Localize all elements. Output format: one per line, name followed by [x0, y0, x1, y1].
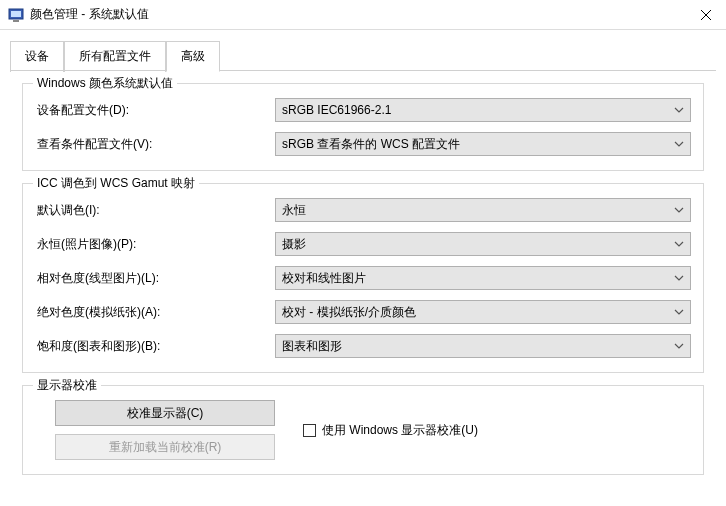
tab-all-profiles[interactable]: 所有配置文件 [64, 41, 166, 72]
svg-rect-1 [11, 11, 21, 17]
chevron-down-icon [674, 141, 684, 147]
row-viewing-cond: 查看条件配置文件(V): sRGB 查看条件的 WCS 配置文件 [35, 132, 691, 156]
rel-color-dropdown[interactable]: 校对和线性图片 [275, 266, 691, 290]
viewing-cond-value: sRGB 查看条件的 WCS 配置文件 [282, 136, 460, 153]
row-saturation: 饱和度(图表和图形)(B): 图表和图形 [35, 334, 691, 358]
default-intent-label: 默认调色(I): [35, 202, 275, 219]
perceptual-dropdown[interactable]: 摄影 [275, 232, 691, 256]
tab-all-profiles-label: 所有配置文件 [79, 49, 151, 63]
chevron-down-icon [674, 275, 684, 281]
tab-device[interactable]: 设备 [10, 41, 64, 72]
row-perceptual: 永恒(照片图像)(P): 摄影 [35, 232, 691, 256]
perceptual-value: 摄影 [282, 236, 306, 253]
app-icon [8, 7, 24, 23]
abs-color-label: 绝对色度(模拟纸张)(A): [35, 304, 275, 321]
row-abs-color: 绝对色度(模拟纸张)(A): 校对 - 模拟纸张/介质颜色 [35, 300, 691, 324]
device-profile-label: 设备配置文件(D): [35, 102, 275, 119]
chevron-down-icon [674, 241, 684, 247]
content-area: Windows 颜色系统默认值 设备配置文件(D): sRGB IEC61966… [0, 71, 726, 497]
tab-advanced-label: 高级 [181, 49, 205, 63]
reload-calibration-label: 重新加载当前校准(R) [109, 439, 222, 456]
chevron-down-icon [674, 343, 684, 349]
window-title: 颜色管理 - 系统默认值 [30, 6, 686, 23]
saturation-label: 饱和度(图表和图形)(B): [35, 338, 275, 355]
rel-color-value: 校对和线性图片 [282, 270, 366, 287]
group-icc-gamut: ICC 调色到 WCS Gamut 映射 默认调色(I): 永恒 永恒(照片图像… [22, 183, 704, 373]
group-windows-defaults: Windows 颜色系统默认值 设备配置文件(D): sRGB IEC61966… [22, 83, 704, 171]
close-button[interactable] [686, 0, 726, 30]
svg-rect-2 [13, 20, 19, 22]
abs-color-dropdown[interactable]: 校对 - 模拟纸张/介质颜色 [275, 300, 691, 324]
row-device-profile: 设备配置文件(D): sRGB IEC61966-2.1 [35, 98, 691, 122]
saturation-value: 图表和图形 [282, 338, 342, 355]
chevron-down-icon [674, 207, 684, 213]
abs-color-value: 校对 - 模拟纸张/介质颜色 [282, 304, 416, 321]
chevron-down-icon [674, 107, 684, 113]
tab-advanced[interactable]: 高级 [166, 41, 220, 72]
device-profile-value: sRGB IEC61966-2.1 [282, 103, 391, 117]
chevron-down-icon [674, 309, 684, 315]
group-icc-gamut-legend: ICC 调色到 WCS Gamut 映射 [33, 175, 199, 192]
row-default-intent: 默认调色(I): 永恒 [35, 198, 691, 222]
group-monitor-calibration: 显示器校准 校准显示器(C) 重新加载当前校准(R) 使用 Windows 显示… [22, 385, 704, 475]
group-windows-defaults-legend: Windows 颜色系统默认值 [33, 75, 177, 92]
tab-underline [10, 70, 716, 71]
row-rel-color: 相对色度(线型图片)(L): 校对和线性图片 [35, 266, 691, 290]
viewing-cond-dropdown[interactable]: sRGB 查看条件的 WCS 配置文件 [275, 132, 691, 156]
calibrate-button[interactable]: 校准显示器(C) [55, 400, 275, 426]
default-intent-value: 永恒 [282, 202, 306, 219]
use-windows-calibration-label: 使用 Windows 显示器校准(U) [322, 422, 478, 439]
checkbox-box [303, 424, 316, 437]
rel-color-label: 相对色度(线型图片)(L): [35, 270, 275, 287]
use-windows-calibration-checkbox[interactable]: 使用 Windows 显示器校准(U) [303, 422, 478, 439]
group-monitor-calibration-legend: 显示器校准 [33, 377, 101, 394]
tab-row: 设备 所有配置文件 高级 [0, 30, 726, 71]
calibrate-button-label: 校准显示器(C) [127, 405, 204, 422]
saturation-dropdown[interactable]: 图表和图形 [275, 334, 691, 358]
viewing-cond-label: 查看条件配置文件(V): [35, 136, 275, 153]
device-profile-dropdown[interactable]: sRGB IEC61966-2.1 [275, 98, 691, 122]
tab-device-label: 设备 [25, 49, 49, 63]
perceptual-label: 永恒(照片图像)(P): [35, 236, 275, 253]
reload-calibration-button[interactable]: 重新加载当前校准(R) [55, 434, 275, 460]
default-intent-dropdown[interactable]: 永恒 [275, 198, 691, 222]
titlebar: 颜色管理 - 系统默认值 [0, 0, 726, 30]
